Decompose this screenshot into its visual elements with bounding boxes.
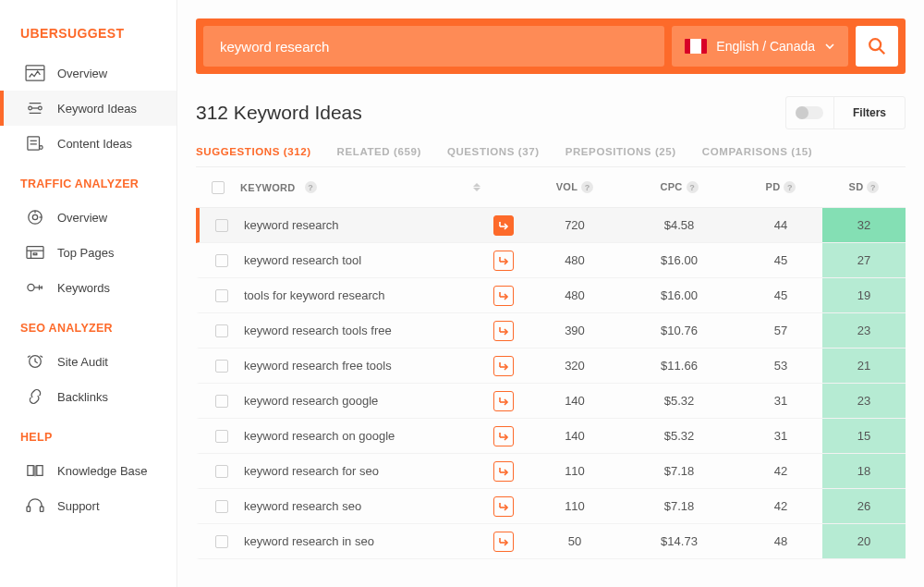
row-checkbox[interactable] (215, 324, 228, 337)
table-row[interactable]: tools for keyword research480$16.004519 (196, 278, 906, 313)
backlinks-icon (24, 387, 46, 406)
expand-button[interactable] (493, 286, 514, 306)
svg-point-10 (40, 146, 43, 150)
page-title: 312 Keyword Ideas (196, 102, 362, 124)
search-button[interactable] (856, 26, 898, 67)
table-row[interactable]: keyword research in seo50$14.734820 (196, 524, 906, 559)
locale-label: English / Canada (716, 39, 815, 54)
row-checkbox[interactable] (215, 360, 228, 373)
sidebar-item-knowledge-base[interactable]: Knowledge Base (0, 453, 176, 488)
sidebar-item-overview[interactable]: Overview (0, 55, 176, 91)
table-row[interactable]: keyword research free tools320$11.665321 (196, 349, 906, 384)
select-all-checkbox[interactable] (212, 181, 225, 194)
vol-cell: 480 (530, 288, 619, 302)
sidebar-item-backlinks[interactable]: Backlinks (0, 379, 176, 414)
filters-control[interactable]: Filters (785, 96, 906, 129)
svg-point-29 (869, 39, 881, 50)
table-row[interactable]: keyword research for seo110$7.184218 (196, 454, 906, 489)
pd-cell: 42 (739, 464, 822, 478)
vol-cell: 50 (530, 534, 619, 548)
row-checkbox[interactable] (215, 535, 228, 548)
filters-label: Filters (834, 106, 905, 119)
table-row[interactable]: keyword research tool480$16.004527 (196, 243, 906, 278)
help-icon[interactable]: ? (305, 181, 317, 193)
sidebar-item-label: Knowledge Base (57, 464, 148, 478)
row-checkbox[interactable] (215, 465, 228, 478)
expand-button[interactable] (493, 532, 514, 552)
vol-cell: 140 (530, 429, 619, 443)
table-row[interactable]: keyword research720$4.584432 (196, 208, 906, 243)
table-row[interactable]: keyword research google140$5.323123 (196, 384, 906, 419)
help-icon[interactable]: ? (581, 181, 593, 193)
sidebar-item-traffic-overview[interactable]: Overview (0, 200, 176, 235)
help-icon[interactable]: ? (867, 181, 879, 193)
cpc-cell: $5.32 (619, 394, 739, 408)
traffic-overview-icon (24, 208, 46, 226)
flag-icon (685, 39, 707, 54)
expand-button[interactable] (493, 461, 514, 482)
svg-rect-7 (28, 137, 40, 150)
sd-cell: 23 (822, 313, 906, 348)
row-checkbox[interactable] (215, 395, 228, 408)
sd-cell: 26 (822, 489, 906, 523)
tab[interactable]: PREPOSITIONS (25) (565, 146, 676, 157)
tab[interactable]: SUGGESTIONS (312) (196, 146, 311, 157)
expand-button[interactable] (493, 321, 514, 341)
col-keyword[interactable]: KEYWORD (240, 182, 296, 193)
tabs: SUGGESTIONS (312)RELATED (659)QUESTIONS … (196, 146, 906, 167)
tab[interactable]: QUESTIONS (37) (447, 146, 540, 157)
col-cpc[interactable]: CPC (660, 181, 682, 192)
sidebar-item-keywords[interactable]: Keywords (0, 270, 176, 305)
svg-line-24 (28, 356, 30, 358)
expand-button[interactable] (493, 356, 514, 376)
pd-cell: 42 (739, 499, 822, 513)
expand-button[interactable] (493, 215, 514, 236)
tab[interactable]: RELATED (659) (337, 146, 421, 157)
expand-button[interactable] (493, 251, 514, 271)
tab[interactable]: COMPARISONS (15) (702, 146, 812, 157)
pd-cell: 57 (739, 324, 822, 337)
sort-icon[interactable] (473, 183, 484, 191)
svg-rect-18 (33, 253, 37, 255)
sidebar-item-top-pages[interactable]: Top Pages (0, 235, 176, 270)
table-row[interactable]: keyword research seo110$7.184226 (196, 489, 906, 524)
row-checkbox[interactable] (215, 219, 228, 232)
locale-select[interactable]: English / Canada (672, 26, 848, 67)
vol-cell: 140 (530, 394, 619, 408)
row-checkbox[interactable] (215, 500, 228, 513)
table-row[interactable]: keyword research tools free390$10.765723 (196, 313, 906, 349)
site-audit-icon (24, 352, 46, 371)
sidebar-item-support[interactable]: Support (0, 488, 176, 523)
svg-rect-15 (27, 247, 43, 259)
help-icon[interactable]: ? (784, 181, 796, 193)
keyword-cell: tools for keyword research (244, 288, 384, 302)
expand-button[interactable] (493, 496, 514, 517)
expand-button[interactable] (493, 391, 514, 411)
row-checkbox[interactable] (215, 289, 228, 302)
sidebar-item-keyword-ideas[interactable]: Keyword Ideas (0, 91, 176, 126)
filters-toggle[interactable] (786, 97, 834, 128)
keyword-cell: keyword research for seo (244, 464, 379, 478)
help-icon[interactable]: ? (687, 181, 699, 193)
sidebar-item-site-audit[interactable]: Site Audit (0, 344, 176, 379)
expand-button[interactable] (493, 426, 514, 446)
cpc-cell: $5.32 (619, 429, 739, 443)
svg-point-3 (39, 106, 43, 110)
sidebar-section-label: TRAFFIC ANALYZER (0, 161, 176, 200)
col-sd[interactable]: SD (849, 181, 864, 192)
col-vol[interactable]: VOL (556, 181, 578, 192)
sidebar-item-label: Keyword Ideas (57, 102, 137, 116)
sidebar-item-label: Support (57, 499, 100, 513)
search-input[interactable] (203, 26, 664, 67)
table-row[interactable]: keyword research on google140$5.323115 (196, 419, 906, 454)
row-checkbox[interactable] (215, 254, 228, 267)
sidebar-item-label: Site Audit (57, 355, 108, 369)
keywords-icon (24, 278, 46, 297)
row-checkbox[interactable] (215, 430, 228, 443)
sidebar-item-content-ideas[interactable]: Content Ideas (0, 126, 176, 161)
col-pd[interactable]: PD (766, 181, 781, 192)
overview-icon (24, 64, 46, 82)
cpc-cell: $14.73 (619, 534, 739, 548)
sd-cell: 21 (822, 349, 906, 383)
vol-cell: 110 (530, 499, 619, 513)
